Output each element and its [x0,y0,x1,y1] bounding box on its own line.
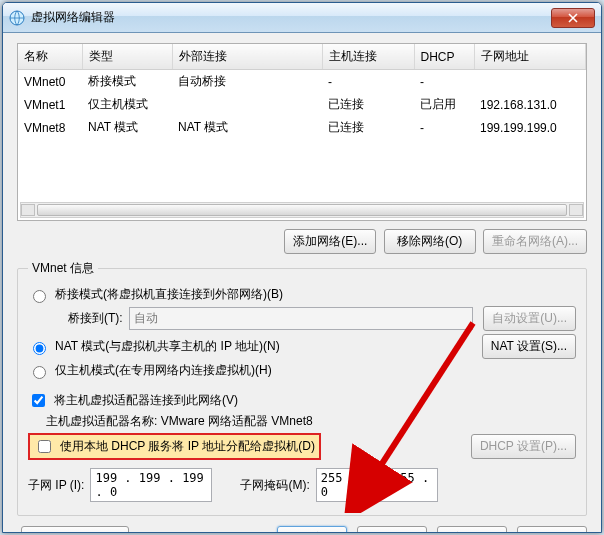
cell-type: 桥接模式 [82,70,172,94]
cell-host: - [322,70,414,94]
dhcp-label: 使用本地 DHCP 服务将 IP 地址分配给虚拟机(D) [60,438,315,455]
rename-network-button: 重命名网络(A)... [483,229,587,254]
table-row[interactable]: VMnet8NAT 模式NAT 模式已连接-199.199.199.0 [18,116,586,139]
table-row[interactable]: VMnet1仅主机模式已连接已启用192.168.131.0 [18,93,586,116]
close-button[interactable] [551,8,595,28]
window-title: 虚拟网络编辑器 [31,9,551,26]
cell-ext: 自动桥接 [172,70,322,94]
apply-button[interactable]: 应用(A) [437,526,507,533]
col-subnet[interactable]: 子网地址 [474,44,586,70]
app-icon [9,10,25,26]
add-network-button[interactable]: 添加网络(E)... [284,229,376,254]
scroll-right-arrow[interactable] [569,204,583,216]
hostonly-mode-label: 仅主机模式(在专用网络内连接虚拟机)(H) [55,362,272,379]
nat-mode-radio[interactable] [33,342,46,355]
scroll-thumb[interactable] [37,204,567,216]
cell-name: VMnet8 [18,116,82,139]
cell-host: 已连接 [322,93,414,116]
vmnet-info-fieldset: VMnet 信息 桥接模式(将虚拟机直接连接到外部网络)(B) 桥接到(T): … [17,260,587,516]
restore-defaults-button[interactable]: 还原默认设置(R) [21,526,129,533]
col-host[interactable]: 主机连接 [322,44,414,70]
host-adapter-checkbox[interactable] [32,394,45,407]
bridge-mode-label: 桥接模式(将虚拟机直接连接到外部网络)(B) [55,286,283,303]
nat-settings-button[interactable]: NAT 设置(S)... [482,334,576,359]
cell-subnet [474,70,586,94]
cell-type: NAT 模式 [82,116,172,139]
cell-dhcp: - [414,70,474,94]
cell-type: 仅主机模式 [82,93,172,116]
help-button[interactable]: 帮助 [517,526,587,533]
network-table: 名称 类型 外部连接 主机连接 DHCP 子网地址 VMnet0桥接模式自动桥接… [17,43,587,221]
title-bar: 虚拟网络编辑器 [3,3,601,33]
dhcp-highlight: 使用本地 DHCP 服务将 IP 地址分配给虚拟机(D) [28,433,321,460]
host-adapter-name: 主机虚拟适配器名称: VMware 网络适配器 VMnet8 [46,413,313,430]
subnet-mask-input[interactable]: 255 . 5 . 255 . 0 [316,468,438,502]
cell-dhcp: - [414,116,474,139]
virtual-network-editor-window: 虚拟网络编辑器 名称 类型 外部连接 主机连接 DHCP 子网地址 VMnet0… [2,2,602,533]
dhcp-checkbox[interactable] [38,440,51,453]
ok-button[interactable]: 确定 [277,526,347,533]
auto-settings-button: 自动设置(U)... [483,306,576,331]
cell-subnet: 192.168.131.0 [474,93,586,116]
fieldset-legend: VMnet 信息 [28,260,98,277]
network-buttons-row: 添加网络(E)... 移除网络(O) 重命名网络(A)... [17,229,587,254]
hostonly-mode-radio[interactable] [33,366,46,379]
cell-ext [172,93,322,116]
subnet-ip-input[interactable]: 199 . 199 . 199 . 0 [90,468,212,502]
cancel-button[interactable]: 取消 [357,526,427,533]
bridge-mode-radio[interactable] [33,290,46,303]
remove-network-button[interactable]: 移除网络(O) [384,229,476,254]
subnet-mask-label: 子网掩码(M): [240,477,309,494]
scroll-left-arrow[interactable] [21,204,35,216]
dhcp-settings-button: DHCP 设置(P)... [471,434,576,459]
bridge-to-select: 自动 [129,307,474,330]
nat-mode-label: NAT 模式(与虚拟机共享主机的 IP 地址)(N) [55,338,472,355]
cell-name: VMnet1 [18,93,82,116]
bottom-button-bar: 还原默认设置(R) 确定 取消 应用(A) 帮助 [17,526,587,533]
scrollbar-horizontal[interactable] [20,202,584,218]
col-ext[interactable]: 外部连接 [172,44,322,70]
cell-ext: NAT 模式 [172,116,322,139]
col-dhcp[interactable]: DHCP [414,44,474,70]
cell-dhcp: 已启用 [414,93,474,116]
cell-host: 已连接 [322,116,414,139]
content-area: 名称 类型 外部连接 主机连接 DHCP 子网地址 VMnet0桥接模式自动桥接… [3,33,601,532]
col-type[interactable]: 类型 [82,44,172,70]
close-icon [568,13,578,23]
cell-subnet: 199.199.199.0 [474,116,586,139]
col-name[interactable]: 名称 [18,44,82,70]
bridge-to-label: 桥接到(T): [68,310,123,327]
subnet-ip-label: 子网 IP (I): [28,477,84,494]
cell-name: VMnet0 [18,70,82,94]
host-adapter-label: 将主机虚拟适配器连接到此网络(V) [54,392,238,409]
table-row[interactable]: VMnet0桥接模式自动桥接-- [18,70,586,94]
